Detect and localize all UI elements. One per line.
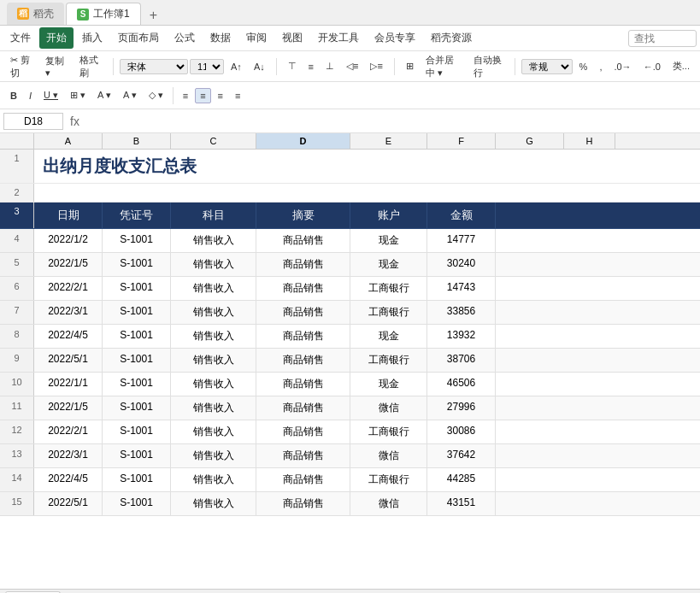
cell-ref-input[interactable]: D18 bbox=[3, 113, 63, 130]
format-painter-button[interactable]: 格式刷 bbox=[74, 51, 108, 82]
tab-workbook[interactable]: S 工作簿1 bbox=[66, 3, 141, 25]
cell-date[interactable]: 2022/1/1 bbox=[34, 373, 103, 396]
cell-account[interactable]: 现金 bbox=[350, 325, 427, 348]
indent-decrease-button[interactable]: ◁≡ bbox=[341, 58, 363, 74]
align-bottom-button[interactable]: ⊥ bbox=[321, 58, 339, 74]
cell-voucher[interactable]: S-1001 bbox=[103, 229, 171, 252]
menu-review[interactable]: 审阅 bbox=[239, 27, 274, 49]
cell-amount[interactable]: 14777 bbox=[427, 229, 496, 252]
cell-account[interactable]: 工商银行 bbox=[350, 277, 427, 300]
cell-amount[interactable]: 30240 bbox=[427, 253, 496, 276]
cell-voucher[interactable]: S-1001 bbox=[103, 277, 171, 300]
title-cell[interactable]: 出纳月度收支汇总表 bbox=[34, 150, 700, 183]
cell-voucher[interactable]: S-1001 bbox=[103, 349, 171, 372]
cell-summary[interactable]: 商品销售 bbox=[256, 420, 350, 443]
cell-summary[interactable]: 商品销售 bbox=[256, 277, 350, 300]
percent-button[interactable]: % bbox=[574, 59, 593, 74]
align-right-button[interactable]: ≡ bbox=[213, 88, 228, 103]
cell-subject[interactable]: 销售收入 bbox=[171, 229, 256, 252]
indent-increase-button[interactable]: ▷≡ bbox=[365, 58, 387, 74]
empty-cell-2[interactable] bbox=[34, 184, 700, 202]
cell-account[interactable]: 微信 bbox=[350, 492, 427, 515]
cell-date[interactable]: 2022/3/1 bbox=[34, 444, 103, 467]
cell-summary[interactable]: 商品销售 bbox=[256, 349, 350, 372]
cell-voucher[interactable]: S-1001 bbox=[103, 468, 171, 491]
increase-font-button[interactable]: A↑ bbox=[226, 59, 247, 74]
cell-summary[interactable]: 商品销售 bbox=[256, 396, 350, 420]
bold-button[interactable]: B bbox=[5, 88, 22, 103]
cell-account[interactable]: 现金 bbox=[350, 229, 427, 252]
formula-input[interactable] bbox=[86, 114, 697, 129]
menu-view[interactable]: 视图 bbox=[275, 27, 309, 49]
border-button[interactable]: ⊞ ▾ bbox=[65, 87, 91, 103]
col-header-H[interactable]: H bbox=[564, 133, 615, 149]
font-color-button[interactable]: A ▾ bbox=[118, 87, 142, 103]
cell-date[interactable]: 2022/1/5 bbox=[34, 396, 103, 420]
number-format-select[interactable]: 常规 bbox=[521, 59, 573, 74]
col-header-G[interactable]: G bbox=[496, 133, 564, 149]
cell-account[interactable]: 工商银行 bbox=[350, 349, 427, 372]
cell-summary[interactable]: 商品销售 bbox=[256, 444, 350, 467]
align-left-button[interactable]: ≡ bbox=[178, 88, 193, 103]
cell-date[interactable]: 2022/4/5 bbox=[34, 325, 103, 348]
cell-subject[interactable]: 销售收入 bbox=[171, 325, 256, 348]
merge-cells-button[interactable]: ⊞ bbox=[401, 58, 419, 74]
menu-data[interactable]: 数据 bbox=[203, 27, 238, 49]
cell-amount[interactable]: 14743 bbox=[427, 277, 496, 300]
cell-date[interactable]: 2022/5/1 bbox=[34, 349, 103, 372]
cell-voucher[interactable]: S-1001 bbox=[103, 420, 171, 443]
cell-subject[interactable]: 销售收入 bbox=[171, 349, 256, 372]
cell-date[interactable]: 2022/4/5 bbox=[34, 468, 103, 491]
menu-vip[interactable]: 会员专享 bbox=[368, 27, 422, 49]
cell-account[interactable]: 微信 bbox=[350, 444, 427, 467]
underline-button[interactable]: U ▾ bbox=[38, 87, 63, 103]
cell-subject[interactable]: 销售收入 bbox=[171, 277, 256, 300]
menu-home[interactable]: 开始 bbox=[39, 27, 74, 49]
cell-amount[interactable]: 13932 bbox=[427, 325, 496, 348]
menu-file[interactable]: 文件 bbox=[3, 27, 38, 49]
cell-account[interactable]: 工商银行 bbox=[350, 420, 427, 443]
cell-summary[interactable]: 商品销售 bbox=[256, 468, 350, 491]
wrap-text-button[interactable]: 自动换行 bbox=[468, 51, 509, 82]
cell-subject[interactable]: 销售收入 bbox=[171, 468, 256, 491]
decrease-font-button[interactable]: A↓ bbox=[249, 59, 270, 74]
cell-voucher[interactable]: S-1001 bbox=[103, 396, 171, 420]
search-input[interactable] bbox=[628, 30, 697, 47]
col-header-A[interactable]: A bbox=[34, 133, 103, 149]
cell-amount[interactable]: 43151 bbox=[427, 492, 496, 515]
col-header-F[interactable]: F bbox=[427, 133, 496, 149]
cell-voucher[interactable]: S-1001 bbox=[103, 253, 171, 276]
copy-button[interactable]: 复制 ▾ bbox=[40, 52, 72, 81]
cell-date[interactable]: 2022/3/1 bbox=[34, 301, 103, 324]
cell-voucher[interactable]: S-1001 bbox=[103, 325, 171, 348]
cell-subject[interactable]: 销售收入 bbox=[171, 373, 256, 396]
menu-devtools[interactable]: 开发工具 bbox=[311, 27, 366, 49]
cell-summary[interactable]: 商品销售 bbox=[256, 301, 350, 324]
cell-date[interactable]: 2022/1/2 bbox=[34, 229, 103, 252]
cell-voucher[interactable]: S-1001 bbox=[103, 373, 171, 396]
more-format-button[interactable]: 类... bbox=[668, 57, 695, 75]
cell-amount[interactable]: 46506 bbox=[427, 373, 496, 396]
cell-voucher[interactable]: S-1001 bbox=[103, 492, 171, 515]
cell-subject[interactable]: 销售收入 bbox=[171, 420, 256, 443]
cell-summary[interactable]: 商品销售 bbox=[256, 325, 350, 348]
cut-button[interactable]: ✂ ✂ 剪切剪切 bbox=[5, 51, 38, 82]
cell-account[interactable]: 现金 bbox=[350, 373, 427, 396]
align-justify-button[interactable]: ≡ bbox=[230, 88, 245, 103]
add-tab-button[interactable]: + bbox=[143, 6, 164, 25]
cell-summary[interactable]: 商品销售 bbox=[256, 373, 350, 396]
italic-button[interactable]: I bbox=[24, 88, 37, 103]
fill-color-button[interactable]: A ▾ bbox=[92, 87, 116, 103]
cell-summary[interactable]: 商品销售 bbox=[256, 253, 350, 276]
cell-amount[interactable]: 44285 bbox=[427, 468, 496, 491]
menu-insert[interactable]: 插入 bbox=[75, 27, 109, 49]
font-family-select[interactable]: 宋体 bbox=[120, 59, 188, 74]
cell-date[interactable]: 2022/5/1 bbox=[34, 492, 103, 515]
cell-subject[interactable]: 销售收入 bbox=[171, 444, 256, 467]
cell-subject[interactable]: 销售收入 bbox=[171, 253, 256, 276]
cell-summary[interactable]: 商品销售 bbox=[256, 229, 350, 252]
cell-amount[interactable]: 37642 bbox=[427, 444, 496, 467]
merge-center-button[interactable]: 合并居中 ▾ bbox=[421, 51, 467, 82]
cell-date[interactable]: 2022/1/5 bbox=[34, 253, 103, 276]
cell-amount[interactable]: 30086 bbox=[427, 420, 496, 443]
